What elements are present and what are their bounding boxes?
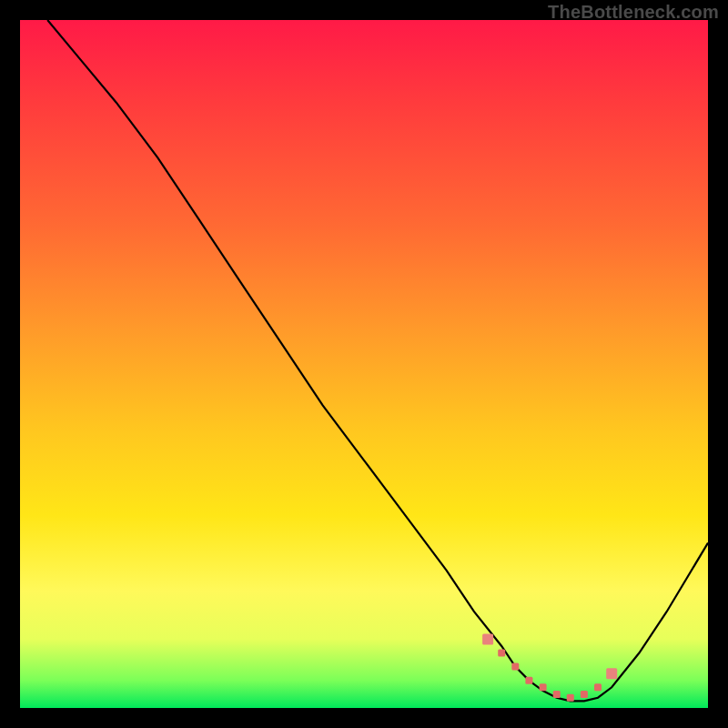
bottleneck-curve [47, 20, 708, 701]
marker-point [525, 677, 532, 684]
optimum-markers [482, 633, 617, 701]
marker-point [594, 683, 602, 691]
marker-point [511, 663, 519, 671]
marker-point [567, 694, 574, 702]
chart-container: TheBottleneck.com [0, 0, 728, 728]
marker-point [606, 668, 617, 679]
marker-point [581, 691, 588, 698]
marker-point [553, 691, 561, 698]
curve-overlay [20, 20, 708, 708]
marker-point [498, 650, 505, 657]
marker-point [482, 633, 493, 644]
attribution-text: TheBottleneck.com [548, 2, 719, 23]
marker-point [540, 683, 547, 691]
